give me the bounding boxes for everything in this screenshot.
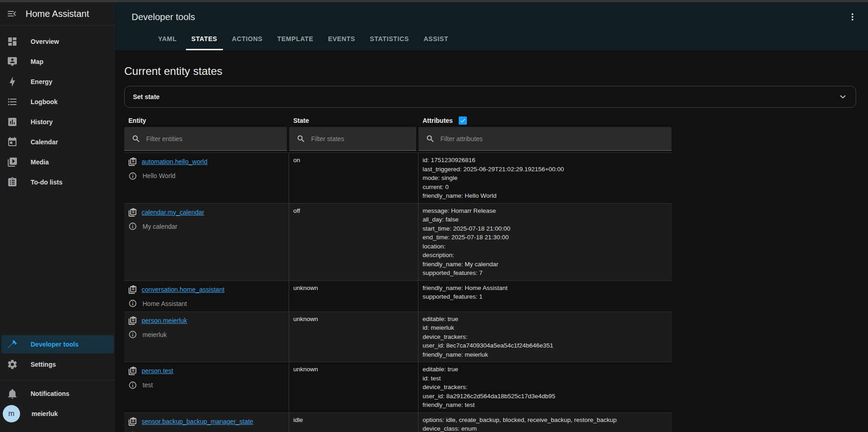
sidebar-item-label: History [31, 118, 53, 126]
info-icon[interactable] [128, 330, 137, 339]
entity-filter-input[interactable] [145, 135, 273, 143]
entity-friendly-name: meierluk [143, 331, 167, 338]
sidebar-item-settings[interactable]: Settings [1, 355, 114, 374]
column-header-attributes: Attributes [418, 116, 672, 125]
calendar-icon [7, 137, 18, 148]
copy-clipboard-icon[interactable] [128, 157, 137, 166]
attribute-line: editable: true [423, 365, 672, 374]
state-cell: unknown [289, 312, 418, 362]
attribute-line: location: [423, 242, 672, 251]
entity-name-line: Hello World [128, 172, 289, 180]
entity-link[interactable]: calendar.my_calendar [142, 209, 204, 216]
chart-box-icon [7, 116, 18, 127]
sidebar-item-user-profile[interactable]: m meierluk [1, 405, 114, 423]
app-root: Home Assistant Overview Map Energy Logbo… [0, 0, 868, 432]
attribute-line: all_day: false [423, 215, 672, 224]
sidebar-bottom: Developer tools Settings Notifications m… [0, 333, 115, 432]
user-name: meierluk [32, 410, 58, 417]
search-icon [426, 134, 435, 143]
copy-clipboard-icon[interactable] [128, 285, 137, 294]
lightning-bolt-icon [7, 76, 18, 87]
table-body: automation.hello_world Hello World on id… [124, 153, 672, 432]
attribute-line: friendly_name: test [423, 400, 672, 410]
entity-link[interactable]: conversation.home_assistant [142, 286, 224, 293]
info-icon[interactable] [128, 172, 137, 180]
entity-link[interactable]: person.meierluk [142, 317, 187, 324]
set-state-expander[interactable]: Set state [124, 86, 856, 108]
copy-clipboard-icon[interactable] [128, 417, 137, 426]
attributes-filter-input[interactable] [439, 135, 641, 143]
sidebar-item-calendar[interactable]: Calendar [1, 133, 114, 151]
info-icon[interactable] [128, 381, 137, 390]
copy-clipboard-icon[interactable] [128, 208, 137, 217]
column-header-entity: Entity [124, 117, 289, 124]
sidebar-item-notifications[interactable]: Notifications [1, 385, 114, 403]
tab-states[interactable]: STATES [186, 28, 223, 50]
attribute-line: device_trackers: [423, 383, 672, 392]
copy-clipboard-icon[interactable] [128, 366, 137, 375]
tab-yaml[interactable]: YAML [153, 28, 182, 50]
sidebar-item-overview[interactable]: Overview [1, 32, 114, 51]
sidebar-item-history[interactable]: History [1, 113, 114, 131]
attributes-cell: editable: true id: meierluk device_track… [418, 312, 672, 362]
page-title: Developer tools [132, 12, 195, 22]
entity-friendly-name: My calendar [143, 223, 177, 230]
search-icon [132, 134, 141, 143]
tab-statistics[interactable]: STATISTICS [365, 28, 415, 50]
attribute-line: mode: single [423, 174, 672, 183]
entity-name-line: meierluk [128, 331, 289, 339]
list-bulleted-icon [7, 96, 18, 107]
kebab-menu-icon[interactable] [847, 11, 858, 22]
sidebar-item-developer-tools[interactable]: Developer tools [1, 335, 114, 353]
table-filter-row [124, 127, 672, 151]
content: Current entity states Set state Entity S… [115, 50, 868, 432]
tab-events[interactable]: EVENTS [323, 28, 361, 50]
sidebar-item-map[interactable]: Map [1, 53, 114, 71]
entity-cell: sensor.backup_backup_manager_state Backu… [124, 413, 289, 432]
attribute-line: supported_features: 1 [423, 292, 672, 301]
entity-link[interactable]: person.test [142, 367, 173, 374]
hammer-icon [7, 339, 18, 350]
entity-link[interactable]: sensor.backup_backup_manager_state [142, 418, 253, 425]
attribute-line: id: 1751230926816 [423, 156, 672, 165]
sidebar-item-energy[interactable]: Energy [1, 73, 114, 91]
attributes-cell: editable: true id: test device_trackers:… [418, 362, 672, 412]
attributes-checkbox[interactable] [459, 116, 467, 125]
sidebar-nav: Overview Map Energy Logbook History Cale… [0, 26, 115, 333]
column-header-state: State [289, 117, 418, 124]
state-cell: unknown [289, 281, 418, 311]
entity-name-line: test [128, 381, 289, 389]
sidebar-item-media[interactable]: Media [1, 153, 114, 171]
attribute-line: description: [423, 251, 672, 260]
bell-icon [7, 388, 18, 399]
sidebar-item-label: Map [31, 58, 43, 65]
entity-link[interactable]: automation.hello_world [142, 158, 207, 165]
table-row: person.test test unknown editable: true … [124, 362, 672, 412]
sidebar-item-label: To-do lists [31, 179, 63, 186]
entity-cell: automation.hello_world Hello World [124, 153, 289, 203]
sidebar: Home Assistant Overview Map Energy Logbo… [0, 2, 115, 432]
state-filter-input[interactable] [310, 135, 408, 143]
attribute-line: friendly_name: Home Assistant [423, 284, 672, 293]
entity-id-line: conversation.home_assistant [128, 285, 289, 294]
copy-clipboard-icon[interactable] [128, 316, 137, 325]
attribute-line: supported_features: 7 [423, 269, 672, 278]
tab-actions[interactable]: ACTIONS [227, 28, 268, 50]
attribute-line: start_time: 2025-07-18 21:00:00 [423, 224, 672, 233]
entity-cell: person.meierluk meierluk [124, 312, 289, 362]
info-icon[interactable] [128, 222, 137, 231]
info-icon[interactable] [128, 299, 137, 308]
tab-template[interactable]: TEMPLATE [272, 28, 319, 50]
search-icon [296, 134, 306, 143]
column-header-label: State [293, 117, 309, 124]
sidebar-item-todo-lists[interactable]: To-do lists [1, 173, 114, 191]
tab-bar: YAML STATES ACTIONS TEMPLATE EVENTS STAT… [153, 28, 454, 50]
table-row: person.meierluk meierluk unknown editabl… [124, 311, 672, 362]
attribute-line: editable: true [423, 315, 672, 324]
menu-open-icon[interactable] [6, 8, 17, 19]
tab-assist[interactable]: ASSIST [418, 28, 454, 50]
attributes-cell: message: Homarr Release all_day: false s… [418, 204, 672, 280]
sidebar-item-logbook[interactable]: Logbook [1, 93, 114, 111]
window-top-edge [0, 0, 868, 2]
sidebar-item-label: Overview [31, 38, 59, 45]
